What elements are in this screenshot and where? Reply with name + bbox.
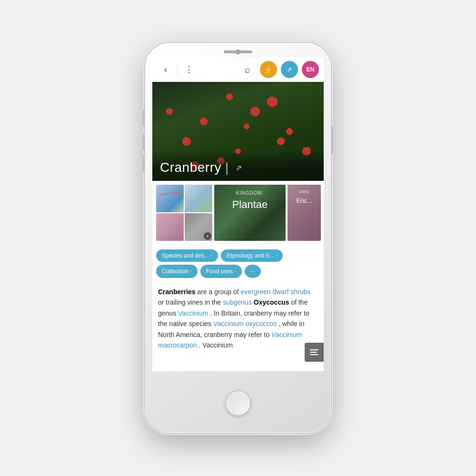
- more-button[interactable]: ⋮: [180, 61, 198, 78]
- flashlight-button[interactable]: ⚡: [260, 61, 277, 78]
- tag-more-icon: ···: [250, 268, 255, 275]
- back-button[interactable]: ‹: [157, 61, 174, 78]
- article-oxycoccus-bold: Oxycoccus: [254, 298, 289, 306]
- tag-etymology-label: Etymology and h...: [227, 252, 274, 259]
- article-text5: . Vaccinium: [199, 341, 233, 349]
- link-vaccinium-oxycoccos[interactable]: Vaccinium oxycoccos: [213, 320, 277, 327]
- tag-food-uses-chevron: ›: [235, 269, 236, 274]
- thumb-plant2[interactable]: +: [185, 213, 212, 241]
- tag-food-uses[interactable]: Food uses ›: [200, 265, 242, 278]
- tag-cultivation-chevron: ›: [190, 269, 192, 274]
- article-text: Cranberries are a group of evergreen dwa…: [152, 281, 324, 354]
- tag-cultivation[interactable]: Cultivation ›: [156, 265, 198, 278]
- order-card[interactable]: ORD Eric...: [288, 185, 321, 241]
- thumb-map2[interactable]: [185, 185, 212, 212]
- phone-top-bar: [145, 43, 331, 57]
- thumb-plant1[interactable]: [156, 213, 184, 241]
- toc-line-1: [310, 349, 318, 350]
- kingdom-value: Plantae: [218, 198, 282, 211]
- search-button[interactable]: ⌕: [239, 61, 256, 78]
- link-vaccinium[interactable]: Vaccinium: [178, 309, 208, 317]
- toc-line-3: [310, 354, 318, 355]
- thumb-map1[interactable]: [156, 185, 184, 212]
- link-evergreen[interactable]: evergreen dwarf shrubs: [241, 288, 311, 296]
- tag-species[interactable]: Species and des... ›: [156, 249, 218, 262]
- tag-etymology[interactable]: Etymology and h... ›: [221, 249, 283, 262]
- tag-species-label: Species and des...: [162, 252, 209, 259]
- thumbnail-grid[interactable]: +: [156, 185, 212, 241]
- kingdom-label: KINGDOM:: [218, 190, 282, 196]
- tags-section: Species and des... › Etymology and h... …: [152, 245, 324, 281]
- language-button[interactable]: EN: [302, 61, 319, 78]
- hero-share-icon[interactable]: ⇗: [233, 161, 245, 174]
- share-button[interactable]: ⇗: [281, 61, 298, 78]
- kingdom-card-content: KINGDOM: Plantae: [214, 185, 286, 217]
- article-text1: or trailing vines in the: [158, 298, 223, 306]
- tag-more-button[interactable]: ···: [245, 265, 261, 278]
- phone-frame: ‹ ⋮ ⌕ ⚡ ⇗ EN +: [145, 43, 331, 433]
- article-paragraph: Cranberries are a group of evergreen dwa…: [158, 287, 318, 350]
- order-value: Eric...: [290, 197, 318, 204]
- header-divider: [177, 63, 178, 76]
- link-subgenus[interactable]: subgenus: [223, 298, 252, 306]
- toc-button[interactable]: [305, 343, 324, 362]
- add-thumb-icon[interactable]: +: [204, 232, 211, 240]
- thumbnails-row: + KINGDOM: Plantae ORD Eric...: [152, 181, 324, 245]
- article-cranberries-bold: Cranberries: [158, 288, 196, 296]
- toc-line-2: [310, 352, 317, 353]
- tag-food-uses-label: Food uses: [206, 268, 233, 275]
- toc-icon: [310, 349, 318, 355]
- article-intro: are a group of: [197, 288, 240, 296]
- order-card-content: ORD Eric...: [288, 185, 321, 209]
- tag-cultivation-label: Cultivation: [162, 268, 188, 275]
- kingdom-card[interactable]: KINGDOM: Plantae: [214, 185, 286, 241]
- speaker: [224, 50, 252, 53]
- home-button[interactable]: [225, 390, 251, 416]
- app-header: ‹ ⋮ ⌕ ⚡ ⇗ EN: [152, 57, 324, 82]
- order-label: ORD: [290, 189, 318, 194]
- tag-species-chevron: ›: [211, 253, 212, 258]
- phone-bottom: [145, 371, 331, 433]
- tag-etymology-chevron: ›: [276, 253, 277, 258]
- content-area[interactable]: + KINGDOM: Plantae ORD Eric...: [152, 82, 324, 371]
- phone-screen: ‹ ⋮ ⌕ ⚡ ⇗ EN +: [152, 57, 324, 371]
